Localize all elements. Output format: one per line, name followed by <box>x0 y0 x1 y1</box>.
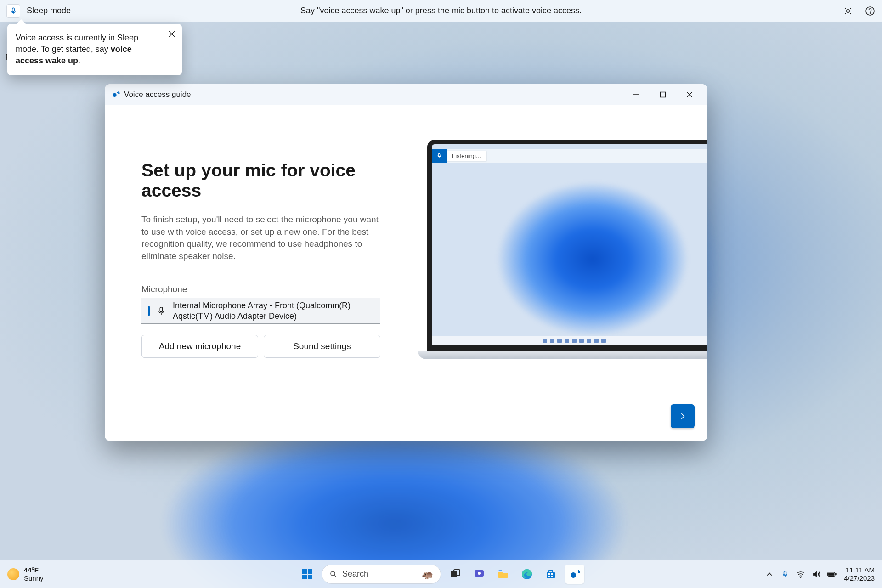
tray-wifi-icon[interactable] <box>796 570 805 579</box>
voice-access-mic-button[interactable] <box>6 4 20 18</box>
gear-icon <box>842 6 854 17</box>
illus-listening-text: Listening... <box>447 151 486 161</box>
guide-illustration: Listening... <box>399 105 707 441</box>
mic-icon <box>9 7 17 15</box>
taskbar-clock[interactable]: 11:11 AM 4/27/2023 <box>844 566 875 582</box>
tray-battery-icon[interactable] <box>827 570 837 579</box>
battery-icon <box>827 570 837 579</box>
svg-rect-8 <box>308 575 312 579</box>
svg-rect-17 <box>548 573 550 575</box>
task-view-button[interactable] <box>446 565 465 584</box>
taskbar-edge-button[interactable] <box>517 565 537 584</box>
add-microphone-button[interactable]: Add new microphone <box>141 335 258 358</box>
svg-point-3 <box>113 93 116 96</box>
guide-heading: Set up your mic for voice access <box>141 160 380 201</box>
illus-mic-icon <box>432 149 447 163</box>
guide-titlebar[interactable]: Voice access guide <box>105 84 707 105</box>
next-button[interactable] <box>671 404 695 428</box>
svg-point-0 <box>847 9 849 12</box>
close-icon <box>167 29 176 39</box>
voice-access-hint: Say "voice access wake up" or press the … <box>0 6 882 16</box>
svg-point-21 <box>571 572 576 578</box>
voice-access-sleep-popup: Voice access is currently in Sleep mode.… <box>7 24 182 75</box>
svg-rect-7 <box>302 575 307 579</box>
wifi-icon <box>796 570 805 579</box>
voice-access-app-icon <box>111 90 120 99</box>
search-placeholder: Search <box>342 569 368 579</box>
close-icon <box>686 91 693 98</box>
voice-access-help-button[interactable] <box>865 6 876 17</box>
tray-overflow-button[interactable] <box>765 570 774 579</box>
search-icon <box>329 570 338 578</box>
tray-volume-icon[interactable] <box>812 570 821 579</box>
svg-rect-4 <box>661 92 666 97</box>
volume-icon <box>812 570 821 579</box>
microphone-selected-name: Internal Microphone Array - Front (Qualc… <box>173 300 374 321</box>
taskbar-voice-access-button[interactable] <box>565 565 584 584</box>
taskbar-date: 4/27/2023 <box>844 574 875 582</box>
start-button[interactable] <box>298 565 317 584</box>
taskbar-search[interactable]: Search 🦛 <box>322 565 441 584</box>
maximize-icon <box>660 91 666 98</box>
taskbar: 44°F Sunny Search 🦛 11:11 AM 4/27/20 <box>0 560 882 588</box>
svg-point-9 <box>331 571 335 576</box>
popup-close-button[interactable] <box>167 29 176 39</box>
microphone-selector[interactable]: Internal Microphone Array - Front (Qualc… <box>141 298 380 324</box>
voice-access-guide-window: Voice access guide Set up your mic for v… <box>105 84 707 441</box>
svg-rect-24 <box>835 573 836 575</box>
weather-condition: Sunny <box>24 574 44 582</box>
store-icon <box>545 568 557 580</box>
voice-access-icon <box>569 568 581 580</box>
chevron-up-icon <box>765 570 774 579</box>
taskbar-weather-widget[interactable]: 44°F Sunny <box>7 566 44 582</box>
window-minimize-button[interactable] <box>623 84 650 105</box>
sound-settings-button[interactable]: Sound settings <box>264 335 380 358</box>
minimize-icon <box>633 91 639 98</box>
windows-logo-icon <box>301 568 313 580</box>
svg-rect-6 <box>308 569 312 574</box>
edge-icon <box>521 568 533 580</box>
microphone-label: Microphone <box>141 284 380 294</box>
window-close-button[interactable] <box>676 84 703 105</box>
taskbar-chat-button[interactable] <box>469 565 489 584</box>
voice-access-status: Sleep mode <box>27 6 71 16</box>
svg-rect-5 <box>302 569 307 574</box>
svg-rect-15 <box>547 572 555 578</box>
active-indicator <box>148 306 150 316</box>
help-icon <box>865 6 876 17</box>
svg-rect-25 <box>828 573 834 576</box>
chevron-right-icon <box>678 412 687 421</box>
taskbar-time: 11:11 AM <box>846 566 875 574</box>
window-maximize-button[interactable] <box>650 84 676 105</box>
voice-access-settings-button[interactable] <box>842 6 854 17</box>
folder-icon <box>497 568 509 580</box>
search-highlight-icon: 🦛 <box>422 569 433 580</box>
guide-description: To finish setup, you'll need to select t… <box>141 214 380 262</box>
tray-mic-icon[interactable] <box>780 570 790 579</box>
task-view-icon <box>449 568 461 580</box>
weather-temp: 44°F <box>24 566 44 574</box>
taskbar-explorer-button[interactable] <box>493 565 513 584</box>
svg-rect-16 <box>549 570 553 572</box>
svg-point-13 <box>478 572 481 575</box>
voice-access-bar: Sleep mode Say "voice access wake up" or… <box>0 0 882 22</box>
svg-rect-19 <box>548 576 550 577</box>
svg-rect-20 <box>551 576 553 577</box>
taskbar-store-button[interactable] <box>541 565 560 584</box>
svg-point-2 <box>870 12 871 13</box>
guide-title-text: Voice access guide <box>124 90 191 99</box>
svg-point-22 <box>800 577 801 577</box>
mic-icon <box>156 306 166 316</box>
popup-text: Voice access is currently in Sleep mode.… <box>16 33 138 65</box>
weather-sun-icon <box>7 568 19 580</box>
chat-icon <box>473 568 485 580</box>
svg-rect-18 <box>551 573 553 575</box>
